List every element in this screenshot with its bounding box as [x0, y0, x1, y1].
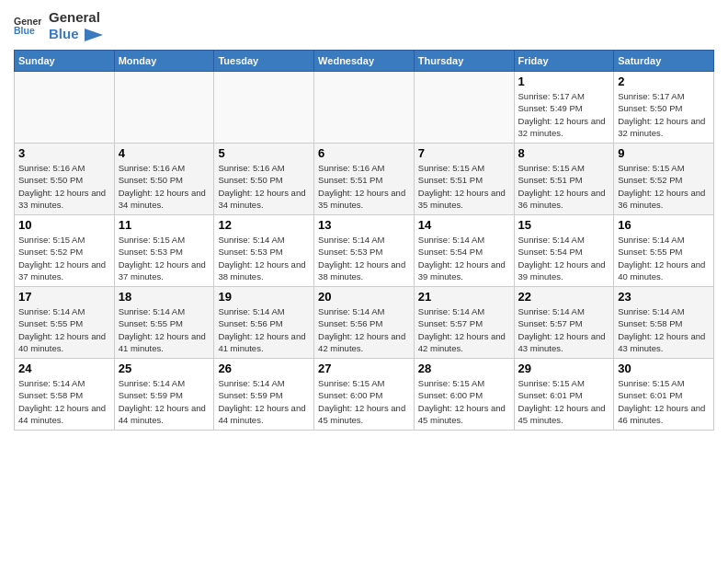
calendar-cell: 27Sunrise: 5:15 AMSunset: 6:00 PMDayligh…	[314, 359, 415, 431]
day-info: Sunrise: 5:15 AMSunset: 6:01 PMDaylight:…	[518, 377, 610, 426]
day-number: 11	[119, 218, 210, 232]
day-number: 5	[218, 146, 310, 160]
calendar-week-row: 3Sunrise: 5:16 AMSunset: 5:50 PMDaylight…	[15, 144, 714, 215]
day-info: Sunrise: 5:14 AMSunset: 5:55 PMDaylight:…	[119, 305, 210, 354]
calendar-cell: 15Sunrise: 5:14 AMSunset: 5:54 PMDayligh…	[514, 215, 614, 287]
day-number: 12	[218, 218, 310, 232]
calendar-cell	[414, 72, 514, 144]
day-number: 2	[618, 75, 710, 88]
calendar-cell: 26Sunrise: 5:14 AMSunset: 5:59 PMDayligh…	[214, 359, 314, 431]
logo-arrow-icon	[85, 29, 103, 41]
day-info: Sunrise: 5:14 AMSunset: 5:56 PMDaylight:…	[218, 305, 310, 354]
calendar-cell: 20Sunrise: 5:14 AMSunset: 5:56 PMDayligh…	[314, 287, 415, 359]
day-number: 13	[318, 218, 410, 232]
col-header-friday: Friday	[514, 51, 614, 72]
day-info: Sunrise: 5:15 AMSunset: 5:51 PMDaylight:…	[518, 162, 610, 211]
logo-general: General	[49, 9, 103, 26]
calendar-cell: 17Sunrise: 5:14 AMSunset: 5:55 PMDayligh…	[15, 287, 115, 359]
day-info: Sunrise: 5:15 AMSunset: 5:51 PMDaylight:…	[418, 162, 510, 211]
day-info: Sunrise: 5:14 AMSunset: 5:56 PMDaylight:…	[318, 305, 410, 354]
logo-blue: Blue	[49, 26, 103, 42]
day-info: Sunrise: 5:14 AMSunset: 5:59 PMDaylight:…	[119, 377, 210, 426]
day-number: 6	[318, 146, 410, 160]
day-number: 4	[119, 146, 210, 160]
day-info: Sunrise: 5:15 AMSunset: 5:52 PMDaylight:…	[618, 162, 710, 211]
calendar-cell: 7Sunrise: 5:15 AMSunset: 5:51 PMDaylight…	[414, 144, 514, 215]
page-header: General Blue General Blue	[14, 9, 714, 42]
day-number: 18	[119, 290, 210, 304]
day-number: 19	[218, 290, 310, 304]
day-info: Sunrise: 5:14 AMSunset: 5:54 PMDaylight:…	[518, 234, 610, 282]
calendar-week-row: 17Sunrise: 5:14 AMSunset: 5:55 PMDayligh…	[15, 287, 714, 359]
day-number: 16	[618, 218, 710, 232]
calendar-cell: 12Sunrise: 5:14 AMSunset: 5:53 PMDayligh…	[214, 215, 314, 287]
day-info: Sunrise: 5:15 AMSunset: 6:01 PMDaylight:…	[618, 377, 710, 426]
calendar-cell: 13Sunrise: 5:14 AMSunset: 5:53 PMDayligh…	[314, 215, 415, 287]
day-info: Sunrise: 5:14 AMSunset: 5:55 PMDaylight:…	[18, 305, 110, 354]
day-info: Sunrise: 5:16 AMSunset: 5:50 PMDaylight:…	[119, 162, 210, 211]
logo-icon: General Blue	[14, 12, 41, 40]
col-header-sunday: Sunday	[15, 51, 115, 72]
calendar-cell	[214, 72, 314, 144]
calendar-cell: 21Sunrise: 5:14 AMSunset: 5:57 PMDayligh…	[414, 287, 514, 359]
day-info: Sunrise: 5:14 AMSunset: 5:53 PMDaylight:…	[318, 234, 410, 282]
day-info: Sunrise: 5:17 AMSunset: 5:49 PMDaylight:…	[518, 90, 610, 139]
day-number: 27	[318, 362, 410, 375]
day-number: 28	[418, 362, 510, 375]
calendar-cell: 1Sunrise: 5:17 AMSunset: 5:49 PMDaylight…	[514, 72, 614, 144]
svg-text:Blue: Blue	[14, 25, 35, 36]
calendar-cell: 23Sunrise: 5:14 AMSunset: 5:58 PMDayligh…	[614, 287, 714, 359]
day-number: 17	[18, 290, 110, 304]
day-number: 9	[618, 146, 710, 160]
calendar-cell: 16Sunrise: 5:14 AMSunset: 5:55 PMDayligh…	[614, 215, 714, 287]
day-info: Sunrise: 5:14 AMSunset: 5:55 PMDaylight:…	[618, 234, 710, 282]
day-info: Sunrise: 5:16 AMSunset: 5:50 PMDaylight:…	[18, 162, 110, 211]
col-header-tuesday: Tuesday	[214, 51, 314, 72]
col-header-monday: Monday	[114, 51, 214, 72]
calendar-cell: 10Sunrise: 5:15 AMSunset: 5:52 PMDayligh…	[15, 215, 115, 287]
calendar-cell: 24Sunrise: 5:14 AMSunset: 5:58 PMDayligh…	[15, 359, 115, 431]
calendar-week-row: 10Sunrise: 5:15 AMSunset: 5:52 PMDayligh…	[15, 215, 714, 287]
calendar-cell: 30Sunrise: 5:15 AMSunset: 6:01 PMDayligh…	[614, 359, 714, 431]
day-info: Sunrise: 5:14 AMSunset: 5:53 PMDaylight:…	[218, 234, 310, 282]
day-info: Sunrise: 5:14 AMSunset: 5:59 PMDaylight:…	[218, 377, 310, 426]
day-info: Sunrise: 5:16 AMSunset: 5:51 PMDaylight:…	[318, 162, 410, 211]
col-header-thursday: Thursday	[414, 51, 514, 72]
col-header-wednesday: Wednesday	[314, 51, 415, 72]
day-number: 10	[18, 218, 110, 232]
svg-marker-3	[85, 29, 103, 41]
day-number: 24	[18, 362, 110, 375]
day-info: Sunrise: 5:15 AMSunset: 6:00 PMDaylight:…	[418, 377, 510, 426]
calendar-cell: 25Sunrise: 5:14 AMSunset: 5:59 PMDayligh…	[114, 359, 214, 431]
calendar-header-row: SundayMondayTuesdayWednesdayThursdayFrid…	[15, 51, 714, 72]
calendar-cell: 5Sunrise: 5:16 AMSunset: 5:50 PMDaylight…	[214, 144, 314, 215]
calendar-cell: 4Sunrise: 5:16 AMSunset: 5:50 PMDaylight…	[114, 144, 214, 215]
day-info: Sunrise: 5:14 AMSunset: 5:58 PMDaylight:…	[618, 305, 710, 354]
calendar-cell	[314, 72, 415, 144]
day-number: 15	[518, 218, 610, 232]
calendar-table: SundayMondayTuesdayWednesdayThursdayFrid…	[14, 50, 714, 431]
day-info: Sunrise: 5:14 AMSunset: 5:57 PMDaylight:…	[518, 305, 610, 354]
day-number: 3	[18, 146, 110, 160]
calendar-cell: 29Sunrise: 5:15 AMSunset: 6:01 PMDayligh…	[514, 359, 614, 431]
day-number: 1	[518, 75, 610, 88]
calendar-cell	[15, 72, 115, 144]
calendar-week-row: 1Sunrise: 5:17 AMSunset: 5:49 PMDaylight…	[15, 72, 714, 144]
day-info: Sunrise: 5:14 AMSunset: 5:57 PMDaylight:…	[418, 305, 510, 354]
day-info: Sunrise: 5:15 AMSunset: 5:52 PMDaylight:…	[18, 234, 110, 282]
calendar-cell: 28Sunrise: 5:15 AMSunset: 6:00 PMDayligh…	[414, 359, 514, 431]
calendar-week-row: 24Sunrise: 5:14 AMSunset: 5:58 PMDayligh…	[15, 359, 714, 431]
calendar-cell: 22Sunrise: 5:14 AMSunset: 5:57 PMDayligh…	[514, 287, 614, 359]
day-number: 22	[518, 290, 610, 304]
day-number: 8	[518, 146, 610, 160]
calendar-cell: 8Sunrise: 5:15 AMSunset: 5:51 PMDaylight…	[514, 144, 614, 215]
logo: General Blue General Blue	[14, 9, 103, 42]
page-container: General Blue General Blue SundayMondayTu…	[0, 0, 728, 440]
calendar-cell: 14Sunrise: 5:14 AMSunset: 5:54 PMDayligh…	[414, 215, 514, 287]
col-header-saturday: Saturday	[614, 51, 714, 72]
day-info: Sunrise: 5:14 AMSunset: 5:58 PMDaylight:…	[18, 377, 110, 426]
day-number: 14	[418, 218, 510, 232]
day-info: Sunrise: 5:14 AMSunset: 5:54 PMDaylight:…	[418, 234, 510, 282]
day-number: 30	[618, 362, 710, 375]
calendar-cell: 2Sunrise: 5:17 AMSunset: 5:50 PMDaylight…	[614, 72, 714, 144]
